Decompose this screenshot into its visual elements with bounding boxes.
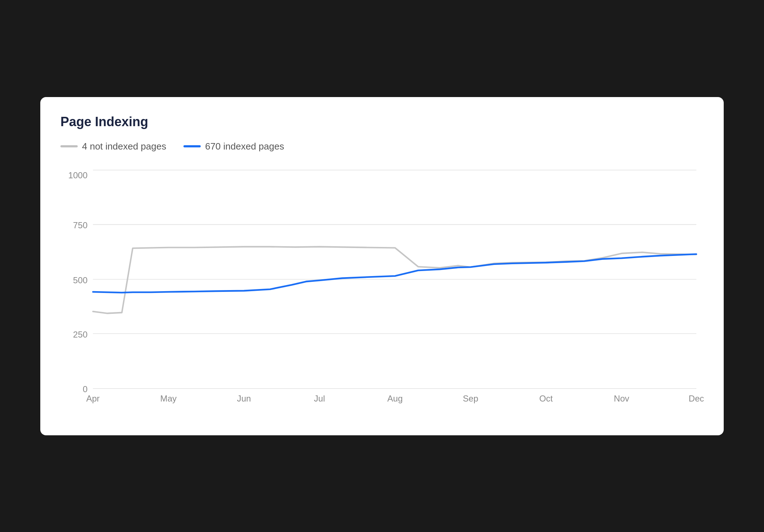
chart-container: 1000 750 500 250 0 Apr May Jun Jul Aug S…	[60, 166, 704, 418]
x-label-nov: Nov	[614, 393, 630, 403]
legend-indexed: 670 indexed pages	[183, 141, 284, 152]
y-label-250: 250	[73, 329, 87, 339]
page-title: Page Indexing	[60, 114, 704, 129]
x-label-apr: Apr	[86, 393, 100, 403]
x-label-jul: Jul	[314, 393, 325, 403]
y-label-0: 0	[83, 384, 87, 394]
chart-legend: 4 not indexed pages 670 indexed pages	[60, 141, 704, 152]
page-indexing-card: Page Indexing 4 not indexed pages 670 in…	[40, 97, 724, 435]
legend-line-not-indexed	[60, 145, 78, 147]
y-label-750: 750	[73, 220, 87, 230]
gray-line	[93, 247, 696, 313]
line-chart: 1000 750 500 250 0 Apr May Jun Jul Aug S…	[60, 166, 704, 418]
legend-not-indexed: 4 not indexed pages	[60, 141, 166, 152]
legend-label-not-indexed: 4 not indexed pages	[82, 141, 166, 152]
x-label-dec: Dec	[688, 393, 704, 403]
x-label-aug: Aug	[387, 393, 403, 403]
y-label-500: 500	[73, 275, 87, 285]
blue-line	[93, 254, 696, 292]
y-label-1000: 1000	[68, 170, 88, 180]
legend-label-indexed: 670 indexed pages	[205, 141, 284, 152]
x-label-oct: Oct	[539, 393, 553, 403]
x-label-jun: Jun	[237, 393, 251, 403]
x-label-sep: Sep	[463, 393, 478, 403]
x-label-may: May	[160, 393, 177, 403]
legend-line-indexed	[183, 145, 201, 147]
